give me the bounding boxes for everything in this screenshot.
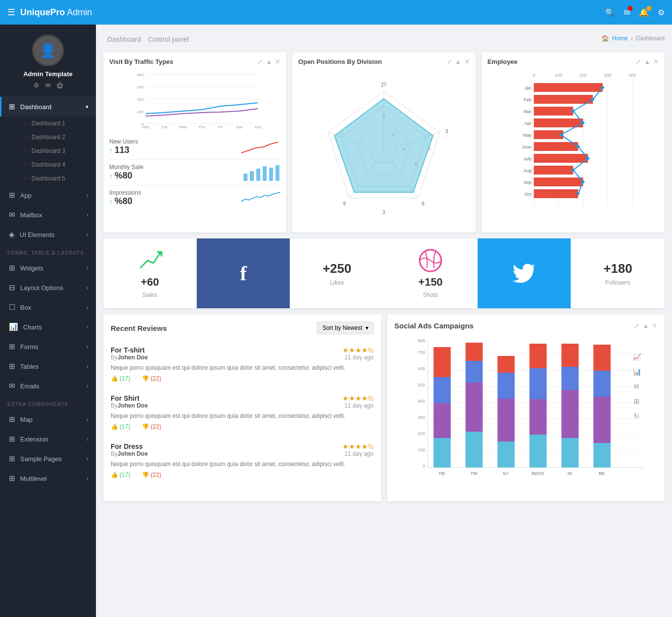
svg-rect-63 <box>534 107 573 116</box>
employee-card-actions: ⤢ ▲ ✕ <box>636 58 659 65</box>
collapse-icon[interactable]: ▲ <box>455 58 461 65</box>
sidebar-item-tables[interactable]: ⊞ Tables › <box>0 356 96 376</box>
bell-badge <box>646 6 651 11</box>
svg-rect-20 <box>263 166 267 181</box>
employee-card-title: Employee <box>488 58 518 65</box>
stat-twitter <box>478 238 571 308</box>
expand-icon[interactable]: ⤢ <box>447 58 452 65</box>
sidebar-item-app[interactable]: ⊞ App › <box>0 185 96 205</box>
sidebar-item-layout[interactable]: ⊟ Layout Options › <box>0 278 96 297</box>
gear-icon[interactable]: ⚙ <box>658 8 665 17</box>
svg-text:FB: FB <box>439 471 445 476</box>
sidebar-item-sample[interactable]: ⊞ Sample Pages › <box>0 449 96 469</box>
sidebar-item-dashboard[interactable]: ⊞ Dashboard ▾ <box>0 97 96 117</box>
breadcrumb-home[interactable]: Home <box>612 35 628 42</box>
svg-text:6: 6 <box>422 201 425 206</box>
sidebar-item-ui-elements[interactable]: ◈ UI Elements › <box>0 225 96 244</box>
like-btn-3[interactable]: 👍 (17) <box>111 471 130 478</box>
svg-text:Sat: Sat <box>236 125 243 128</box>
dislike-btn-1[interactable]: 👎 (22) <box>142 375 161 382</box>
expand-icon[interactable]: ⤢ <box>634 322 640 329</box>
stat-followers: +180 Followers <box>571 238 665 308</box>
profile-name: Admin Template <box>23 70 72 78</box>
sidebar-item-dashboard5[interactable]: ··· Dashboard 5 <box>19 172 96 185</box>
expand-icon[interactable]: ⤢ <box>636 58 641 65</box>
collapse-icon[interactable]: ▲ <box>644 58 650 65</box>
close-icon[interactable]: ✕ <box>275 58 280 65</box>
dislike-btn-3[interactable]: 👎 (22) <box>142 471 161 478</box>
multilevel-icon: ⊞ <box>9 474 15 483</box>
sidebar-item-dashboard2[interactable]: ··· Dashboard 2 <box>19 130 96 144</box>
svg-text:📈: 📈 <box>632 353 641 361</box>
svg-text:Sun: Sun <box>254 125 261 128</box>
sidebar-item-multilevel[interactable]: ⊞ Multilevel › <box>0 469 96 488</box>
sidebar-item-box[interactable]: ☐ Box › <box>0 297 96 317</box>
expand-icon[interactable]: ⤢ <box>257 58 263 65</box>
profile-settings-icon[interactable]: ⚙ <box>33 82 39 89</box>
sidebar-item-dashboard4[interactable]: ··· Dashboard 4 <box>19 158 96 172</box>
svg-text:↻: ↻ <box>634 412 640 420</box>
profile-mail-icon[interactable]: ✉ <box>45 82 51 89</box>
sidebar-item-charts[interactable]: 📊 Charts › <box>0 317 96 337</box>
breadcrumb: 🏠 Home › Dashboard <box>602 35 665 42</box>
mail-icon[interactable]: ✉ <box>624 8 630 17</box>
svg-text:300: 300 <box>604 73 611 78</box>
svg-text:500: 500 <box>418 382 425 387</box>
close-icon[interactable]: ✕ <box>464 58 470 65</box>
hamburger-icon[interactable]: ☰ <box>7 7 15 18</box>
stars-3: ★★★★½ <box>342 442 374 450</box>
map-icon: ⊞ <box>9 415 15 424</box>
stat-dribbble: +150 Shots <box>384 238 478 308</box>
svg-text:3: 3 <box>383 210 386 215</box>
sidebar-item-mailbox[interactable]: ✉ Mailbox › <box>0 205 96 225</box>
dot-icon: ··· <box>24 175 29 182</box>
dislike-btn-2[interactable]: 👎 (22) <box>142 423 161 430</box>
svg-rect-122 <box>497 356 515 373</box>
sidebar-item-forms[interactable]: ⊞ Forms › <box>0 337 96 356</box>
svg-rect-109 <box>433 438 451 468</box>
radar-chart: 27 30 6 9 12 0 2 4 6 8 3 <box>320 77 448 219</box>
svg-text:Wed: Wed <box>179 125 187 128</box>
ui-arrow: › <box>87 232 89 237</box>
traffic-card-actions: ⤢ ▲ ✕ <box>257 58 280 65</box>
collapse-icon[interactable]: ▲ <box>642 322 649 329</box>
stat-sales: +60 Sales <box>103 238 197 308</box>
svg-rect-59 <box>534 83 603 92</box>
sidebar-item-widgets[interactable]: ⊞ Widgets › <box>0 258 96 278</box>
mailbox-icon: ✉ <box>9 210 15 219</box>
like-btn-1[interactable]: 👍 (17) <box>111 375 130 382</box>
sidebar-item-dashboard1[interactable]: ··· Dashboard 1 <box>19 117 96 130</box>
open-positions-header: Open Positions By Division ⤢ ▲ ✕ <box>298 58 469 65</box>
svg-rect-126 <box>529 368 547 399</box>
traffic-card-title: Visit By Traffic Types <box>109 58 173 65</box>
employee-card-header: Employee ⤢ ▲ ✕ <box>488 58 659 65</box>
svg-rect-17 <box>244 174 247 181</box>
close-icon[interactable]: ✕ <box>652 322 657 329</box>
sidebar-item-extension[interactable]: ⊞ Extension › <box>0 429 96 449</box>
sparkline-impressions <box>241 189 280 206</box>
search-icon[interactable]: 🔍 <box>605 8 615 17</box>
sidebar-item-dashboard3[interactable]: ··· Dashboard 3 <box>19 144 96 158</box>
svg-text:✉: ✉ <box>634 382 640 390</box>
collapse-icon[interactable]: ▲ <box>266 58 272 65</box>
profile-power-icon[interactable]: ⏻ <box>57 82 63 89</box>
social-ads-card: Social Ads Campaigns ⤢ ▲ ✕ 0 100 200 300 <box>387 314 665 501</box>
reviews-title: Recent Reviews <box>111 324 167 332</box>
svg-text:Aug: Aug <box>523 168 531 173</box>
likes-label: Likes <box>330 279 344 286</box>
sidebar-item-map[interactable]: ⊞ Map › <box>0 410 96 429</box>
svg-text:INSTA: INSTA <box>531 471 544 476</box>
employee-bar-chart: 0 100 200 300 400 Jan <box>488 69 659 217</box>
like-btn-2[interactable]: 👍 (17) <box>111 423 130 430</box>
sidebar-item-emails[interactable]: ✉ Emails › <box>0 376 96 396</box>
twitter-icon <box>512 261 536 286</box>
svg-rect-137 <box>593 345 611 371</box>
traffic-card-header: Visit By Traffic Types ⤢ ▲ ✕ <box>109 58 280 65</box>
sort-label: Sort by Newest <box>322 324 362 331</box>
svg-text:Mar: Mar <box>523 109 531 114</box>
svg-rect-117 <box>465 343 483 361</box>
close-icon[interactable]: ✕ <box>653 58 659 65</box>
sort-button[interactable]: Sort by Newest ▾ <box>317 322 373 334</box>
sparkline-sale <box>241 164 280 181</box>
bell-icon[interactable]: 🔔 <box>639 8 649 17</box>
